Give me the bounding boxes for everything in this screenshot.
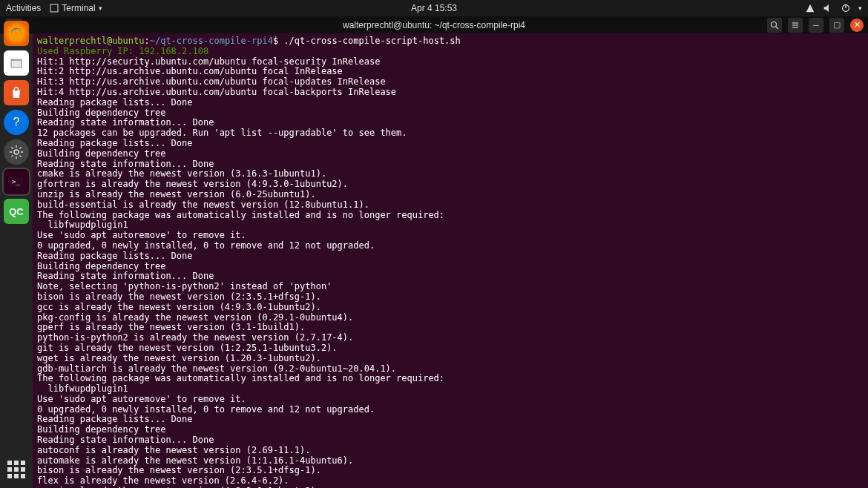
svg-point-13: [14, 150, 19, 154]
svg-text:>_: >_: [12, 178, 20, 185]
settings-launcher[interactable]: [4, 139, 29, 165]
script-status-line: Used Raspberry IP: 192.168.2.108: [37, 46, 208, 56]
help-launcher[interactable]: ?: [4, 110, 29, 135]
window-title: walterprechtl@ubuntu: ~/qt-cross-compile…: [343, 20, 525, 30]
chevron-down-icon: ▾: [99, 4, 102, 12]
search-icon: [770, 21, 779, 30]
software-launcher[interactable]: [4, 80, 29, 105]
prompt-path: ~/qt-cross-compile-rpi4: [150, 36, 273, 46]
prompt-user: walterprechtl@ubuntu: [37, 36, 145, 46]
minimize-button[interactable]: ─: [809, 18, 823, 33]
close-button[interactable]: ✕: [850, 19, 864, 32]
show-applications-button[interactable]: [4, 457, 29, 482]
terminal-app-icon: [50, 4, 59, 13]
shopping-bag-icon: [10, 86, 23, 99]
svg-line-21: [20, 148, 22, 149]
qc-launcher[interactable]: QC: [4, 199, 29, 224]
clock[interactable]: Apr 4 15:53: [411, 3, 457, 13]
firefox-launcher[interactable]: [4, 21, 29, 46]
prompt-command: ./qt-cross-compile-script-host.sh: [278, 36, 461, 46]
terminal-menu[interactable]: Terminal ▾: [50, 3, 102, 13]
maximize-button[interactable]: ▢: [829, 18, 844, 33]
files-icon: [9, 56, 24, 70]
svg-line-6: [776, 27, 778, 29]
gear-icon: [9, 145, 24, 159]
svg-line-20: [12, 156, 13, 157]
network-icon: [805, 3, 815, 13]
terminal-icon: >_: [10, 177, 23, 187]
power-icon: [841, 3, 851, 13]
files-launcher[interactable]: [4, 50, 29, 76]
system-tray[interactable]: ▾: [805, 3, 862, 13]
terminal-viewport[interactable]: walterprechtl@ubuntu:~/qt-cross-compile-…: [33, 33, 868, 488]
svg-rect-0: [50, 4, 58, 12]
hamburger-menu-button[interactable]: [788, 18, 803, 33]
hamburger-icon: [791, 21, 800, 30]
apt-output: Hit:1 http://security.ubuntu.com/ubuntu …: [37, 56, 444, 488]
gnome-top-bar: Activities Terminal ▾ Apr 4 15:53 ▾: [0, 0, 868, 16]
svg-point-5: [772, 22, 777, 27]
svg-rect-12: [11, 59, 22, 61]
terminal-output: walterprechtl@ubuntu:~/qt-cross-compile-…: [33, 33, 868, 488]
search-button[interactable]: [767, 18, 782, 33]
volume-icon: [823, 3, 833, 13]
terminal-launcher[interactable]: >_: [4, 169, 29, 194]
ubuntu-dock: ? >_ QC: [0, 16, 33, 488]
terminal-menu-label: Terminal: [62, 3, 95, 13]
terminal-titlebar: walterprechtl@ubuntu: ~/qt-cross-compile…: [0, 16, 868, 33]
svg-line-18: [12, 148, 13, 149]
chevron-down-icon: ▾: [858, 4, 862, 12]
firefox-icon: [9, 26, 24, 41]
activities-button[interactable]: Activities: [6, 3, 41, 13]
svg-line-19: [20, 156, 22, 157]
